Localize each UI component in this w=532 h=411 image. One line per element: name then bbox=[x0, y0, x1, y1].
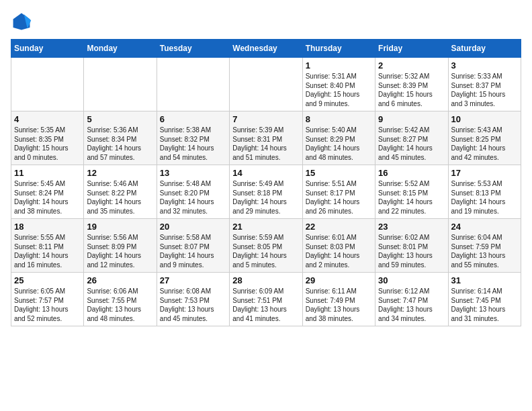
day-info: Sunrise: 5:59 AM Sunset: 8:05 PM Dayligh… bbox=[232, 233, 299, 269]
day-number: 29 bbox=[306, 275, 372, 285]
day-cell bbox=[84, 58, 157, 111]
day-cell: 20Sunrise: 5:58 AM Sunset: 8:07 PM Dayli… bbox=[157, 219, 229, 273]
day-info: Sunrise: 5:56 AM Sunset: 8:09 PM Dayligh… bbox=[87, 233, 153, 269]
day-info: Sunrise: 5:38 AM Sunset: 8:32 PM Dayligh… bbox=[160, 126, 226, 162]
day-cell: 1Sunrise: 5:31 AM Sunset: 8:40 PM Daylig… bbox=[302, 58, 375, 111]
day-info: Sunrise: 5:49 AM Sunset: 8:18 PM Dayligh… bbox=[232, 179, 299, 216]
day-cell: 23Sunrise: 6:02 AM Sunset: 8:01 PM Dayli… bbox=[375, 219, 448, 273]
day-cell: 4Sunrise: 5:35 AM Sunset: 8:35 PM Daylig… bbox=[11, 111, 84, 165]
day-number: 25 bbox=[14, 275, 81, 285]
week-row-3: 11Sunrise: 5:45 AM Sunset: 8:24 PM Dayli… bbox=[11, 165, 521, 219]
weekday-header-monday: Monday bbox=[84, 40, 157, 58]
day-cell: 16Sunrise: 5:52 AM Sunset: 8:15 PM Dayli… bbox=[375, 165, 448, 219]
day-number: 19 bbox=[87, 222, 153, 232]
day-cell: 14Sunrise: 5:49 AM Sunset: 8:18 PM Dayli… bbox=[230, 165, 302, 219]
weekday-header-wednesday: Wednesday bbox=[230, 40, 302, 58]
day-number: 18 bbox=[14, 222, 81, 232]
day-cell: 9Sunrise: 5:42 AM Sunset: 8:27 PM Daylig… bbox=[375, 111, 448, 165]
day-number: 27 bbox=[160, 275, 226, 285]
day-info: Sunrise: 5:31 AM Sunset: 8:40 PM Dayligh… bbox=[306, 72, 372, 108]
day-number: 31 bbox=[451, 275, 518, 285]
day-number: 17 bbox=[451, 168, 518, 178]
day-cell: 27Sunrise: 6:08 AM Sunset: 7:53 PM Dayli… bbox=[157, 273, 229, 326]
day-info: Sunrise: 5:39 AM Sunset: 8:31 PM Dayligh… bbox=[232, 126, 299, 162]
day-cell: 17Sunrise: 5:53 AM Sunset: 8:13 PM Dayli… bbox=[448, 165, 521, 219]
day-cell: 5Sunrise: 5:36 AM Sunset: 8:34 PM Daylig… bbox=[84, 111, 157, 165]
header bbox=[11, 11, 521, 32]
day-number: 6 bbox=[160, 114, 226, 124]
day-cell: 11Sunrise: 5:45 AM Sunset: 8:24 PM Dayli… bbox=[11, 165, 84, 219]
day-number: 3 bbox=[451, 60, 518, 71]
day-info: Sunrise: 6:12 AM Sunset: 7:47 PM Dayligh… bbox=[378, 287, 445, 323]
day-number: 7 bbox=[232, 114, 299, 124]
day-number: 1 bbox=[306, 60, 372, 71]
day-info: Sunrise: 6:14 AM Sunset: 7:45 PM Dayligh… bbox=[451, 287, 518, 323]
day-info: Sunrise: 6:01 AM Sunset: 8:03 PM Dayligh… bbox=[306, 233, 372, 269]
day-number: 8 bbox=[306, 114, 372, 124]
weekday-header-friday: Friday bbox=[375, 40, 448, 58]
logo-icon bbox=[11, 11, 32, 32]
day-info: Sunrise: 6:02 AM Sunset: 8:01 PM Dayligh… bbox=[378, 233, 445, 269]
day-cell: 2Sunrise: 5:32 AM Sunset: 8:39 PM Daylig… bbox=[375, 58, 448, 111]
day-info: Sunrise: 5:43 AM Sunset: 8:25 PM Dayligh… bbox=[451, 126, 518, 162]
day-number: 10 bbox=[451, 114, 518, 124]
day-cell: 22Sunrise: 6:01 AM Sunset: 8:03 PM Dayli… bbox=[302, 219, 375, 273]
day-info: Sunrise: 5:36 AM Sunset: 8:34 PM Dayligh… bbox=[87, 126, 153, 162]
day-cell: 19Sunrise: 5:56 AM Sunset: 8:09 PM Dayli… bbox=[84, 219, 157, 273]
day-cell: 18Sunrise: 5:55 AM Sunset: 8:11 PM Dayli… bbox=[11, 219, 84, 273]
day-number: 16 bbox=[378, 168, 445, 178]
day-info: Sunrise: 5:33 AM Sunset: 8:37 PM Dayligh… bbox=[451, 72, 518, 108]
day-info: Sunrise: 5:42 AM Sunset: 8:27 PM Dayligh… bbox=[378, 126, 445, 162]
weekday-header-sunday: Sunday bbox=[11, 40, 84, 58]
day-cell: 7Sunrise: 5:39 AM Sunset: 8:31 PM Daylig… bbox=[230, 111, 302, 165]
day-info: Sunrise: 5:58 AM Sunset: 8:07 PM Dayligh… bbox=[160, 233, 226, 269]
day-cell: 30Sunrise: 6:12 AM Sunset: 7:47 PM Dayli… bbox=[375, 273, 448, 326]
day-cell bbox=[11, 58, 84, 111]
day-number: 12 bbox=[87, 168, 153, 178]
day-number: 22 bbox=[306, 222, 372, 232]
week-row-5: 25Sunrise: 6:05 AM Sunset: 7:57 PM Dayli… bbox=[11, 273, 521, 326]
weekday-header-tuesday: Tuesday bbox=[157, 40, 229, 58]
day-cell: 26Sunrise: 6:06 AM Sunset: 7:55 PM Dayli… bbox=[84, 273, 157, 326]
day-info: Sunrise: 5:53 AM Sunset: 8:13 PM Dayligh… bbox=[451, 179, 518, 216]
day-info: Sunrise: 5:35 AM Sunset: 8:35 PM Dayligh… bbox=[14, 126, 81, 162]
day-info: Sunrise: 6:05 AM Sunset: 7:57 PM Dayligh… bbox=[14, 287, 81, 323]
day-number: 15 bbox=[306, 168, 372, 178]
day-cell bbox=[230, 58, 302, 111]
day-cell: 28Sunrise: 6:09 AM Sunset: 7:51 PM Dayli… bbox=[230, 273, 302, 326]
day-number: 4 bbox=[14, 114, 81, 124]
day-info: Sunrise: 6:11 AM Sunset: 7:49 PM Dayligh… bbox=[306, 287, 372, 323]
day-number: 14 bbox=[232, 168, 299, 178]
weekday-header-row: SundayMondayTuesdayWednesdayThursdayFrid… bbox=[11, 40, 521, 58]
weekday-header-thursday: Thursday bbox=[302, 40, 375, 58]
day-info: Sunrise: 6:04 AM Sunset: 7:59 PM Dayligh… bbox=[451, 233, 518, 269]
day-cell: 15Sunrise: 5:51 AM Sunset: 8:17 PM Dayli… bbox=[302, 165, 375, 219]
day-cell: 25Sunrise: 6:05 AM Sunset: 7:57 PM Dayli… bbox=[11, 273, 84, 326]
day-cell: 24Sunrise: 6:04 AM Sunset: 7:59 PM Dayli… bbox=[448, 219, 521, 273]
weekday-header-saturday: Saturday bbox=[448, 40, 521, 58]
day-cell: 10Sunrise: 5:43 AM Sunset: 8:25 PM Dayli… bbox=[448, 111, 521, 165]
logo bbox=[11, 11, 35, 32]
calendar: SundayMondayTuesdayWednesdayThursdayFrid… bbox=[11, 39, 521, 326]
week-row-1: 1Sunrise: 5:31 AM Sunset: 8:40 PM Daylig… bbox=[11, 58, 521, 111]
day-info: Sunrise: 5:52 AM Sunset: 8:15 PM Dayligh… bbox=[378, 179, 445, 216]
day-info: Sunrise: 5:32 AM Sunset: 8:39 PM Dayligh… bbox=[378, 72, 445, 108]
day-cell: 12Sunrise: 5:46 AM Sunset: 8:22 PM Dayli… bbox=[84, 165, 157, 219]
day-number: 21 bbox=[232, 222, 299, 232]
day-cell: 6Sunrise: 5:38 AM Sunset: 8:32 PM Daylig… bbox=[157, 111, 229, 165]
day-info: Sunrise: 5:40 AM Sunset: 8:29 PM Dayligh… bbox=[306, 126, 372, 162]
day-info: Sunrise: 5:48 AM Sunset: 8:20 PM Dayligh… bbox=[160, 179, 226, 216]
day-number: 13 bbox=[160, 168, 226, 178]
day-info: Sunrise: 6:06 AM Sunset: 7:55 PM Dayligh… bbox=[87, 287, 153, 323]
day-info: Sunrise: 6:09 AM Sunset: 7:51 PM Dayligh… bbox=[232, 287, 299, 323]
day-info: Sunrise: 5:45 AM Sunset: 8:24 PM Dayligh… bbox=[14, 179, 81, 216]
calendar-body: 1Sunrise: 5:31 AM Sunset: 8:40 PM Daylig… bbox=[11, 58, 521, 326]
day-number: 26 bbox=[87, 275, 153, 285]
day-number: 28 bbox=[232, 275, 299, 285]
day-info: Sunrise: 5:51 AM Sunset: 8:17 PM Dayligh… bbox=[306, 179, 372, 216]
day-cell: 8Sunrise: 5:40 AM Sunset: 8:29 PM Daylig… bbox=[302, 111, 375, 165]
day-info: Sunrise: 6:08 AM Sunset: 7:53 PM Dayligh… bbox=[160, 287, 226, 323]
day-cell bbox=[157, 58, 229, 111]
day-number: 9 bbox=[378, 114, 445, 124]
day-number: 5 bbox=[87, 114, 153, 124]
